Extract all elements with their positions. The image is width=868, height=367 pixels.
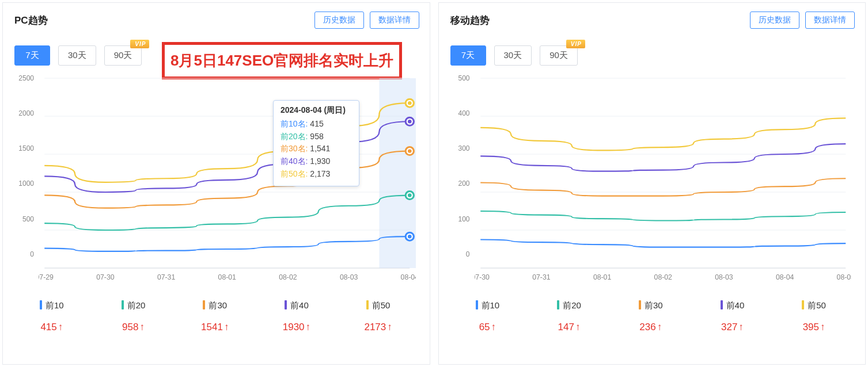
- svg-text:08-01: 08-01: [593, 273, 611, 281]
- pc-detail-button[interactable]: 数据详情: [370, 12, 419, 29]
- mobile-legend-item-top10: 前1065↑: [464, 300, 510, 333]
- legend-label: 前40: [274, 300, 320, 311]
- pc-panel-title: PC趋势: [11, 14, 48, 27]
- svg-point-14: [408, 120, 412, 123]
- arrow-up-icon: ↑: [139, 322, 145, 333]
- mobile-legend-item-top30: 前30236↑: [628, 300, 674, 333]
- svg-point-10: [408, 193, 412, 197]
- svg-text:08-04: 08-04: [401, 273, 416, 281]
- vip-badge: VIP: [566, 40, 585, 48]
- svg-text:07-30: 07-30: [475, 273, 490, 281]
- svg-text:08-03: 08-03: [340, 273, 358, 281]
- mobile-chart-svg: 07-3007-3108-0108-0208-0308-0408-05: [475, 76, 852, 283]
- arrow-up-icon: ↑: [491, 322, 496, 333]
- svg-text:08-04: 08-04: [775, 273, 794, 281]
- legend-value: 2173↑: [355, 322, 401, 333]
- vip-badge: VIP: [130, 40, 149, 48]
- pc-period-button-1[interactable]: 30天: [58, 45, 96, 66]
- svg-text:08-05: 08-05: [836, 273, 851, 281]
- annotation-box: 8月5日147SEO官网排名实时上升: [162, 42, 402, 79]
- legend-label: 前30: [628, 300, 674, 311]
- legend-value: 236↑: [628, 322, 674, 333]
- y-tick-label: 300: [458, 144, 469, 152]
- legend-value: 395↑: [791, 322, 837, 333]
- mobile-legend-item-top40: 前40327↑: [709, 300, 755, 333]
- svg-point-16: [408, 101, 412, 105]
- arrow-up-icon: ↑: [820, 322, 825, 333]
- pc-legend-item-top40: 前401930↑: [274, 300, 320, 333]
- legend-value: 147↑: [546, 322, 592, 333]
- legend-label: 前50: [791, 300, 837, 311]
- mobile-period-button-0[interactable]: 7天: [450, 45, 486, 66]
- legend-value: 327↑: [709, 322, 755, 333]
- arrow-up-icon: ↑: [575, 322, 581, 333]
- arrow-up-icon: ↑: [224, 322, 229, 333]
- legend-label: 前20: [546, 300, 592, 311]
- legend-label: 前50: [355, 300, 401, 311]
- legend-label: 前10: [464, 300, 510, 311]
- svg-point-8: [408, 235, 412, 238]
- y-tick-label: 0: [30, 250, 34, 258]
- mobile-history-button[interactable]: 历史数据: [750, 12, 799, 29]
- y-tick-label: 1000: [18, 179, 34, 188]
- pc-legend: 前10415↑前20958↑前301541↑前401930↑前502173↑: [11, 300, 419, 333]
- pc-chart-area: 05001000150020002500 07-2907-3007-3108-0…: [11, 76, 419, 283]
- y-tick-label: 400: [458, 109, 469, 117]
- mobile-panel-title: 移动趋势: [447, 14, 490, 27]
- legend-label: 前20: [111, 300, 157, 311]
- legend-label: 前10: [29, 300, 75, 311]
- y-tick-label: 500: [458, 74, 469, 82]
- svg-text:08-02: 08-02: [654, 273, 672, 281]
- y-tick-label: 200: [458, 179, 469, 188]
- svg-text:07-31: 07-31: [157, 273, 176, 281]
- mobile-legend: 前1065↑前20147↑前30236↑前40327↑前50395↑: [447, 300, 855, 333]
- pc-history-button[interactable]: 历史数据: [314, 12, 364, 29]
- svg-text:07-29: 07-29: [39, 273, 54, 281]
- svg-text:07-31: 07-31: [532, 273, 551, 281]
- mobile-panel-header: 移动趋势 历史数据 数据详情: [447, 10, 855, 30]
- svg-text:08-03: 08-03: [715, 273, 733, 281]
- arrow-up-icon: ↑: [58, 322, 63, 333]
- pc-period-button-0[interactable]: 7天: [14, 45, 50, 66]
- legend-label: 前30: [192, 300, 238, 311]
- svg-point-12: [408, 149, 412, 152]
- legend-value: 958↑: [111, 322, 157, 333]
- pc-period-button-2[interactable]: 90天VIP: [104, 45, 142, 66]
- y-tick-label: 0: [466, 250, 470, 258]
- pc-legend-item-top50: 前502173↑: [355, 300, 401, 333]
- pc-legend-item-top20: 前20958↑: [111, 300, 157, 333]
- svg-text:07-30: 07-30: [96, 273, 115, 281]
- arrow-up-icon: ↑: [657, 322, 662, 333]
- arrow-up-icon: ↑: [738, 322, 744, 333]
- mobile-period-row: 7天30天90天VIP: [447, 45, 855, 66]
- legend-value: 415↑: [29, 322, 75, 333]
- legend-value: 1930↑: [274, 322, 320, 333]
- legend-label: 前40: [709, 300, 755, 311]
- pc-panel-header: PC趋势 历史数据 数据详情: [11, 10, 419, 30]
- y-tick-label: 1500: [18, 144, 34, 152]
- mobile-period-button-1[interactable]: 30天: [494, 45, 532, 66]
- y-tick-label: 100: [458, 215, 469, 223]
- pc-legend-item-top10: 前10415↑: [29, 300, 75, 333]
- mobile-detail-button[interactable]: 数据详情: [805, 12, 855, 29]
- mobile-legend-item-top20: 前20147↑: [546, 300, 592, 333]
- mobile-chart-area: 0100200300400500 07-3007-3108-0108-0208-…: [447, 76, 855, 283]
- pc-legend-item-top30: 前301541↑: [192, 300, 238, 333]
- legend-value: 65↑: [464, 322, 510, 333]
- arrow-up-icon: ↑: [387, 322, 392, 333]
- legend-value: 1541↑: [192, 322, 238, 333]
- pc-panel: PC趋势 历史数据 数据详情 7天30天90天VIP 8月5日147SEO官网排…: [2, 2, 430, 365]
- y-tick-label: 2500: [18, 74, 34, 82]
- mobile-panel: 移动趋势 历史数据 数据详情 7天30天90天VIP 0100200300400…: [438, 2, 866, 365]
- pc-chart-svg: 07-2907-3007-3108-0108-0208-0308-04: [39, 76, 416, 283]
- mobile-legend-item-top50: 前50395↑: [791, 300, 837, 333]
- y-tick-label: 2000: [18, 109, 34, 117]
- y-tick-label: 500: [22, 215, 34, 223]
- svg-text:08-02: 08-02: [279, 273, 297, 281]
- arrow-up-icon: ↑: [306, 322, 311, 333]
- svg-text:08-01: 08-01: [218, 273, 237, 281]
- mobile-period-button-2[interactable]: 90天VIP: [540, 45, 578, 66]
